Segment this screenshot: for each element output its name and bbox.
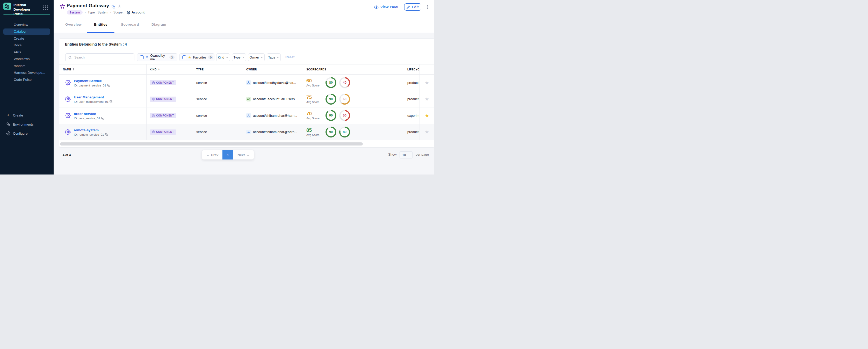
sidebar-item-harness-developer[interactable]: Harness Develope... [3, 70, 50, 76]
sidebar-item-workflows[interactable]: Workflows [3, 56, 50, 62]
page-title: Payment Gateway [67, 3, 109, 8]
component-gear-icon [152, 130, 155, 133]
table-row: remote-system ID:remote_service_01 COMPO… [59, 124, 434, 140]
table-row: order-service ID:java_service_01 COMPONE… [59, 107, 434, 124]
score-divider [322, 110, 322, 121]
column-header-lifecycle: LIFECYCLE [404, 64, 419, 74]
favorites-checkbox[interactable] [182, 55, 186, 59]
column-header-kind[interactable]: KIND▲▼ [146, 64, 196, 74]
component-gear-icon [152, 98, 155, 100]
favorite-star-icon[interactable]: ★ [425, 80, 429, 86]
sidebar-item-catalog[interactable]: Catalog [3, 29, 50, 35]
copy-id-icon[interactable] [101, 117, 104, 120]
entity-owner: account/shibam.dhar@harn... [246, 124, 306, 140]
scorecards-cell: 85 Avg Score 90 80 [306, 124, 404, 140]
kind-dropdown[interactable]: Kind [216, 53, 230, 61]
entity-name-link[interactable]: User Management [74, 95, 104, 99]
entity-type: service [196, 74, 246, 91]
sidebar-accent-divider [3, 14, 50, 14]
entity-name-link[interactable]: order-service [74, 112, 96, 116]
copy-id-icon[interactable] [105, 133, 108, 136]
edit-button[interactable]: Edit [404, 3, 421, 11]
entity-owner: account/shibam.dhar@harn... [246, 107, 306, 124]
copy-id-icon[interactable] [107, 84, 110, 87]
column-header-name[interactable]: NAME▲▼ [59, 64, 146, 74]
scorecard-gauge: 90 [326, 127, 336, 137]
search-icon [68, 56, 72, 59]
score-divider [322, 127, 322, 137]
copy-title-icon[interactable] [112, 5, 116, 9]
pencil-icon [407, 5, 410, 9]
reset-filters-button[interactable]: Reset [285, 55, 294, 59]
favorite-star-icon[interactable]: ★ [425, 96, 429, 102]
kind-chip: COMPONENT [150, 97, 176, 102]
tab-overview[interactable]: Overview [65, 23, 82, 26]
sort-icon[interactable]: ▲▼ [73, 68, 74, 71]
sidebar-footer-create[interactable]: + Create [0, 112, 54, 119]
sidebar-item-apis[interactable]: APIs [3, 49, 50, 55]
header-actions: View YAML Edit [374, 3, 429, 11]
sidebar-item-overview[interactable]: Overview [3, 22, 50, 28]
search-input[interactable] [74, 55, 131, 60]
per-page-label: per page [415, 153, 429, 156]
sort-icon[interactable]: ▲▼ [158, 68, 160, 71]
module-grid-icon[interactable] [43, 5, 48, 10]
owned-by-me-checkbox[interactable] [140, 55, 144, 59]
page-number-button[interactable]: 1 [222, 150, 233, 159]
tags-dropdown[interactable]: Tags [267, 53, 281, 61]
entity-lifecycle: production [404, 74, 419, 91]
sidebar-nav: Overview Catalog Create Docs APIs Workfl… [0, 22, 54, 83]
owner-dropdown[interactable]: Owner [248, 53, 265, 61]
kind-chip: COMPONENT [150, 80, 176, 85]
chevron-down-icon [260, 56, 263, 59]
tab-entities[interactable]: Entities [94, 23, 107, 26]
tab-diagram[interactable]: Diagram [152, 23, 166, 26]
chevron-down-icon [407, 154, 410, 156]
pagination: ← Prev 1 Next → [202, 150, 254, 159]
entity-tabs: Overview Entities Scorecard Diagram [54, 16, 434, 33]
entities-card: Entities Belonging to the System : 4 [59, 38, 434, 148]
entity-name-link[interactable]: remote-system [74, 128, 99, 132]
favorites-filter[interactable]: ★ Favorites 0 [180, 53, 214, 61]
sidebar-footer-configure[interactable]: Configure [0, 130, 54, 137]
scorecard-gauge: 90 [326, 110, 336, 121]
copy-id-icon[interactable] [110, 100, 113, 103]
view-yaml-button[interactable]: View YAML [374, 5, 400, 9]
entity-id: ID:java_service_01 [74, 117, 104, 120]
entity-id: ID:user_management_01 [74, 100, 113, 103]
favorites-count-badge: 0 [208, 55, 213, 59]
breadcrumb: System • Type : System • Scope : Account [67, 10, 145, 14]
type-dropdown[interactable]: Type [232, 53, 246, 61]
pagination-summary: 4 of 4 [63, 153, 71, 157]
sidebar-item-code-pulse[interactable]: Code Pulse [3, 76, 50, 83]
entity-kind-chip: System [67, 10, 83, 14]
owned-by-me-filter[interactable]: Owned by me 3 [137, 53, 177, 61]
idp-app: Internal Developer Portal Overview Catal… [0, 0, 434, 174]
search-box [65, 53, 134, 61]
user-icon [146, 56, 148, 59]
page-size-select[interactable]: 10 [400, 152, 412, 158]
sidebar-footer-environments[interactable]: Environments [0, 121, 54, 128]
sidebar-item-random[interactable]: random [3, 63, 50, 69]
user-icon [246, 80, 251, 85]
horizontal-scrollbar[interactable] [60, 142, 363, 146]
next-page-button[interactable]: Next → [233, 150, 254, 159]
entity-name-link[interactable]: Payment Service [74, 79, 102, 83]
entity-type: service [196, 124, 246, 140]
favorite-entity-star-icon[interactable]: ★ [118, 4, 121, 8]
sidebar-item-docs[interactable]: Docs [3, 42, 50, 49]
tab-content: Entities Belonging to the System : 4 [54, 33, 434, 174]
avg-score: 60 Avg Score [306, 78, 321, 87]
arrow-right-icon: → [246, 153, 250, 157]
star-icon: ★ [188, 55, 191, 60]
plus-icon: + [6, 114, 10, 117]
score-divider [322, 94, 322, 104]
favorite-star-icon[interactable]: ★ [425, 129, 429, 135]
more-options-kebab-icon[interactable] [426, 4, 429, 10]
favorite-star-icon[interactable]: ★ [425, 113, 429, 119]
chevron-down-icon [242, 56, 245, 59]
entity-scope-value: Account [126, 11, 145, 14]
sidebar-item-create[interactable]: Create [3, 35, 50, 41]
prev-page-button[interactable]: ← Prev [202, 150, 222, 159]
tab-scorecard[interactable]: Scorecard [121, 23, 139, 26]
